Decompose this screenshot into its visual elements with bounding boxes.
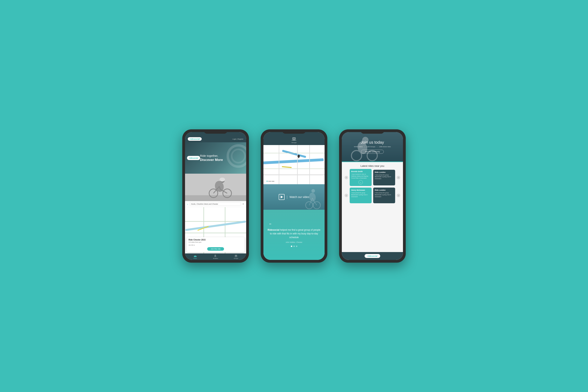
phone-2: Groups Live now [261, 129, 327, 263]
groups-nav-icon [292, 137, 296, 141]
london-1-text: I have joined the group Blackheath Cycli… [375, 174, 394, 180]
prev-button-1[interactable]: ‹ [344, 176, 348, 179]
london-1-title: Ride London [375, 171, 394, 173]
buddies-tab-label: Buddies [213, 258, 218, 259]
map-pin [297, 155, 300, 159]
brenda-search: ⌕ [351, 180, 370, 184]
stat-riders: 64402 riders [354, 146, 362, 148]
brenda-text: I have booked to ride on Waltham Abbey a… [351, 173, 370, 179]
ride-card-london-2: Ride London I have joined the group Blac… [373, 188, 395, 203]
buddies-icon [214, 254, 217, 257]
svg-rect-1 [185, 195, 246, 201]
ride-card-brenda: Brenda Smith I have booked to ride on Wa… [350, 169, 372, 186]
phone1-map-section: ⌕ Hoole, Cheshire West and Chester ✕ Rid… [185, 201, 246, 254]
dot-2[interactable] [294, 246, 295, 247]
stat-sep-1: | [364, 146, 365, 148]
rides-icon [194, 254, 197, 257]
svg-point-14 [236, 255, 237, 256]
play-icon [281, 196, 283, 198]
live-now-button[interactable]: Live now [265, 180, 276, 183]
rides-row-2: ‹ Henry McGowan I have joined the group … [344, 188, 400, 203]
stat-groups: 1100 Groups [366, 146, 375, 148]
svg-point-15 [292, 138, 294, 139]
phone-2-notch [282, 129, 306, 134]
close-icon[interactable]: ✕ [242, 203, 244, 206]
join-ride-button[interactable]: Join this ride [207, 247, 224, 251]
svg-point-13 [235, 255, 236, 256]
footer-logo: ridesocial [364, 254, 380, 258]
phone-3-screen: Join us today 64402 riders | 1100 Groups… [342, 132, 403, 260]
header-nav[interactable]: Login | Register [232, 138, 244, 140]
phone2-map: Live now [264, 145, 324, 184]
ride-distance: 3.3 miles from you [188, 241, 243, 243]
hero-tagline: Ride together, Discover More [200, 154, 223, 162]
ride-title: Ride Chester 2015 [188, 239, 243, 241]
dot-1[interactable] [291, 246, 292, 247]
phone-1: ridesocial Login | Register ridesocial R… [182, 129, 249, 263]
live-indicator [266, 181, 268, 182]
phones-container: ridesocial Login | Register ridesocial R… [182, 129, 406, 263]
groups-icon [234, 254, 238, 257]
phone3-hero: Join us today 64402 riders | 1100 Groups… [342, 132, 403, 162]
dot-3[interactable] [296, 246, 297, 247]
cyclist-svg [185, 174, 246, 201]
tab-groups[interactable]: Groups [226, 254, 246, 259]
henry-title: Henry McGowan [351, 189, 370, 191]
stat-sep-2: | [377, 146, 377, 148]
video-divider: | [286, 195, 288, 199]
prev-button-2[interactable]: ‹ [344, 194, 348, 197]
ride-card: Ride Chester 2015 3.3 miles from you 1hr… [186, 237, 244, 252]
svg-point-16 [294, 138, 296, 139]
tagline-bold: Discover More [200, 158, 223, 162]
rides-tab-label: Rides [194, 258, 197, 259]
phone1-cyclist-image [185, 174, 246, 201]
search-input[interactable]: Hoole, Cheshire West and Chester [190, 202, 241, 206]
svg-point-9 [220, 178, 225, 182]
rides-row-1: ‹ Brenda Smith I have booked to ride on … [344, 169, 400, 186]
tagline-light: Ride together, [200, 154, 223, 158]
ride-time: 1hr 30 m [188, 244, 243, 246]
watch-video-label: Watch our video [290, 196, 309, 198]
phone-3: Join us today 64402 riders | 1100 Groups… [339, 129, 406, 263]
play-button[interactable] [279, 194, 284, 200]
svg-point-12 [215, 255, 216, 256]
london-2-title: Ride London [375, 189, 394, 191]
brenda-title: Brenda Smith [351, 170, 370, 172]
testimonial-text: Ridesocial helped me find a great group … [267, 228, 321, 240]
quote-mark: " [269, 223, 271, 228]
tab-rides[interactable]: Rides [185, 254, 206, 259]
search-icon: ⌕ [187, 203, 188, 205]
phone2-video-section: | Watch our video [264, 184, 324, 210]
rides-section-bg: Latest rides near you ‹ Brenda Smith I h… [342, 162, 403, 260]
phone-1-notch [204, 129, 227, 134]
phone1-map: Ride Chester 2015 3.3 miles from you 1hr… [185, 207, 246, 254]
hero-title: Join us today [354, 140, 391, 145]
ride-card-henry: Henry McGowan I have joined the group Bl… [350, 188, 372, 203]
henry-text: I have joined the group Blackheath Cycli… [351, 192, 370, 198]
wheel-decoration [226, 144, 246, 168]
tab-buddies[interactable]: Buddies [206, 254, 226, 259]
header-logo: ridesocial [188, 137, 202, 141]
phone-2-screen: Groups Live now [264, 132, 324, 260]
testimonial-author: John Walker, Chester [286, 241, 302, 243]
hero-logo: ridesocial [187, 156, 200, 160]
rides-list: ‹ Brenda Smith I have booked to ride on … [342, 169, 403, 252]
next-button-2[interactable]: › [397, 194, 400, 197]
phone1-hero: ridesocial Ride together, Discover More [185, 142, 246, 174]
svg-point-18 [308, 192, 316, 202]
search-icon-brenda[interactable]: ⌕ [358, 180, 363, 184]
phone-3-notch [361, 129, 384, 134]
phone3-footer: ridesocial [342, 252, 403, 260]
watch-video-text[interactable]: | Watch our video [279, 194, 309, 200]
phone1-tab-bar: Rides Buddies [185, 254, 246, 260]
next-button-1[interactable]: › [397, 176, 400, 179]
join-community-button[interactable]: Join the community [361, 150, 384, 154]
phone1-search-bar: ⌕ Hoole, Cheshire West and Chester ✕ [185, 201, 246, 207]
live-label: Live now [268, 180, 274, 182]
phone3-hero-content: Join us today 64402 riders | 1100 Groups… [354, 140, 391, 154]
london-2-text: I have joined the group Blackheath Cycli… [375, 192, 394, 198]
phone2-nav: Groups [264, 132, 324, 145]
hero-stats: 64402 riders | 1100 Groups | 1366 Active… [354, 146, 391, 148]
groups-tab-label: Groups [234, 258, 238, 259]
testimonial-dots [291, 246, 297, 247]
